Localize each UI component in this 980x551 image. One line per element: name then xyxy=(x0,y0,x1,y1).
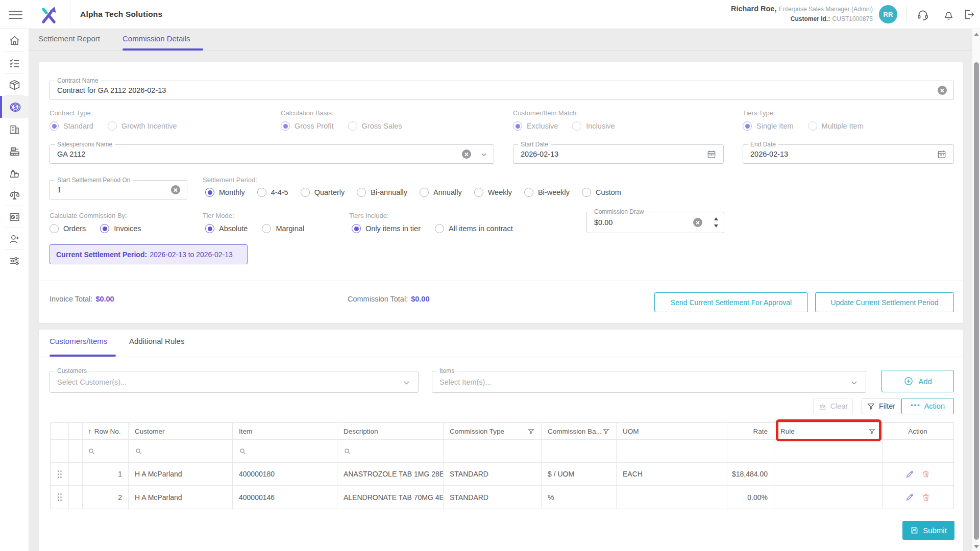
delete-button[interactable] xyxy=(921,493,930,502)
sidebar-item-billing[interactable] xyxy=(0,140,29,162)
radio-option[interactable]: Growth Incentive xyxy=(108,121,177,131)
sidebar-item-settings[interactable] xyxy=(0,250,29,272)
avatar[interactable]: RR xyxy=(879,5,897,23)
tier-mode-radio-group[interactable]: AbsoluteMarginal xyxy=(205,223,304,234)
radio-option[interactable]: Gross Sales xyxy=(348,121,402,131)
radio-icon[interactable] xyxy=(572,121,581,131)
sidebar-item-organization[interactable] xyxy=(0,118,29,140)
chevron-down-icon[interactable] xyxy=(850,379,856,385)
radio-selected-icon[interactable] xyxy=(205,188,214,197)
items-select[interactable]: Items Select Item(s)... xyxy=(432,371,866,393)
edit-button[interactable] xyxy=(905,469,915,479)
vertical-scrollbar[interactable] xyxy=(972,29,980,551)
radio-option[interactable]: Weekly xyxy=(474,188,512,197)
radio-selected-icon[interactable] xyxy=(352,224,361,233)
sidebar-item-products[interactable] xyxy=(0,74,29,96)
radio-selected-icon[interactable] xyxy=(743,121,752,131)
radio-icon[interactable] xyxy=(808,121,817,131)
commission-draw-stepper[interactable] xyxy=(713,212,720,233)
radio-option[interactable]: All items in contract xyxy=(435,224,513,233)
calculation-basis-radio-group[interactable]: Gross ProfitGross Sales xyxy=(281,121,402,131)
calendar-icon[interactable] xyxy=(706,149,717,159)
col-customer[interactable]: Customer xyxy=(129,423,233,439)
sidebar-item-add-user[interactable] xyxy=(0,228,29,250)
tab-customers-items[interactable]: Customers/Items xyxy=(50,337,107,345)
col-rule[interactable]: Rule xyxy=(774,423,883,439)
end-date-field[interactable]: End Date 2026-02-13 xyxy=(743,144,954,164)
sidebar-item-tasks[interactable] xyxy=(0,52,29,74)
radio-option[interactable]: Bi-annually xyxy=(357,188,407,197)
notifications-bell-icon[interactable] xyxy=(942,8,954,20)
sidebar-item-home[interactable] xyxy=(0,30,29,52)
clear-salespersons-icon[interactable] xyxy=(462,149,471,159)
radio-selected-icon[interactable] xyxy=(100,224,109,233)
edit-button[interactable] xyxy=(905,492,915,502)
radio-icon[interactable] xyxy=(474,188,483,197)
customer-item-match-radio-group[interactable]: ExclusiveInclusive xyxy=(513,121,615,131)
radio-selected-icon[interactable] xyxy=(513,121,522,131)
radio-selected-icon[interactable] xyxy=(205,224,214,233)
radio-option[interactable]: Standard xyxy=(50,121,93,131)
radio-icon[interactable] xyxy=(582,188,591,197)
commission-draw-field[interactable]: Commission Draw $0.00 xyxy=(586,212,724,233)
filter-customer[interactable] xyxy=(129,440,233,462)
clear-start-settlement-icon[interactable] xyxy=(171,185,180,194)
radio-option[interactable]: Only items in tier xyxy=(352,224,421,233)
salespersons-name-field[interactable]: Salespersons Name GA 2112 xyxy=(50,144,494,164)
radio-option[interactable]: Monthly xyxy=(205,188,245,197)
radio-option[interactable]: Exclusive xyxy=(513,121,558,131)
col-item[interactable]: Item xyxy=(233,423,337,439)
radio-icon[interactable] xyxy=(435,224,444,233)
radio-option[interactable]: Quarterly xyxy=(301,188,345,197)
send-settlement-approval-button[interactable]: Send Current Settlement For Approval xyxy=(654,292,808,312)
clear-button[interactable]: Clear xyxy=(813,398,853,414)
action-button[interactable]: ••• Action xyxy=(901,398,954,414)
start-settlement-period-field[interactable]: Start Settlement Period On 1 xyxy=(50,180,187,199)
radio-option[interactable]: Marginal xyxy=(262,224,304,233)
filter-button[interactable]: Filter xyxy=(862,398,900,414)
settlement-period-radio-group[interactable]: Monthly4-4-5QuarterlyBi-annuallyAnnually… xyxy=(205,187,621,197)
filter-funnel-icon[interactable] xyxy=(527,428,535,435)
radio-selected-icon[interactable] xyxy=(50,121,59,131)
tab-settlement-report[interactable]: Settlement Report xyxy=(38,34,100,43)
radio-icon[interactable] xyxy=(420,188,429,197)
chevron-down-icon[interactable] xyxy=(403,379,409,385)
col-commission-type[interactable]: Commission Type xyxy=(444,423,542,439)
tiers-type-radio-group[interactable]: Single ItemMultiple Item xyxy=(743,121,864,131)
sidebar-item-reports[interactable] xyxy=(0,206,29,228)
col-commission-basis[interactable]: Commission Ba... xyxy=(542,423,617,439)
radio-icon[interactable] xyxy=(301,188,310,197)
radio-icon[interactable] xyxy=(257,188,266,197)
col-row-no[interactable]: ↑Row No. xyxy=(83,423,129,439)
filter-funnel-icon[interactable] xyxy=(868,428,876,435)
app-logo[interactable] xyxy=(38,5,61,25)
radio-option[interactable]: Single Item xyxy=(743,121,794,131)
filter-funnel-icon[interactable] xyxy=(602,428,610,435)
clear-commission-draw-icon[interactable] xyxy=(693,218,702,227)
add-button[interactable]: Add xyxy=(881,370,954,392)
hamburger-menu-icon[interactable] xyxy=(9,11,22,19)
calculate-commission-by-radio-group[interactable]: OrdersInvoices xyxy=(50,223,141,234)
delete-button[interactable] xyxy=(921,469,930,479)
scrollbar-thumb[interactable] xyxy=(974,62,979,540)
filter-description[interactable] xyxy=(337,440,444,462)
filter-item[interactable] xyxy=(233,440,337,462)
radio-icon[interactable] xyxy=(262,224,271,233)
contract-type-radio-group[interactable]: StandardGrowth Incentive xyxy=(50,121,177,131)
sidebar-item-purchases[interactable] xyxy=(0,162,29,184)
clear-contract-name-icon[interactable] xyxy=(938,86,947,95)
radio-option[interactable]: Absolute xyxy=(205,224,248,233)
chevron-down-icon[interactable] xyxy=(480,151,486,157)
filter-row-no[interactable] xyxy=(83,440,129,462)
drag-handle[interactable] xyxy=(51,486,69,509)
contract-name-field[interactable]: Contract Name Contract for GA 2112 2026-… xyxy=(50,81,954,100)
radio-option[interactable]: Annually xyxy=(420,188,462,197)
support-headset-icon[interactable] xyxy=(916,8,928,20)
tab-additional-rules[interactable]: Additional Rules xyxy=(129,337,184,345)
radio-option[interactable]: Gross Profit xyxy=(281,121,334,131)
radio-icon[interactable] xyxy=(357,188,366,197)
radio-selected-icon[interactable] xyxy=(281,121,290,131)
logout-icon[interactable] xyxy=(963,8,975,20)
scroll-down-arrow[interactable] xyxy=(974,545,979,548)
tiers-include-radio-group[interactable]: Only items in tierAll items in contract xyxy=(352,223,513,234)
